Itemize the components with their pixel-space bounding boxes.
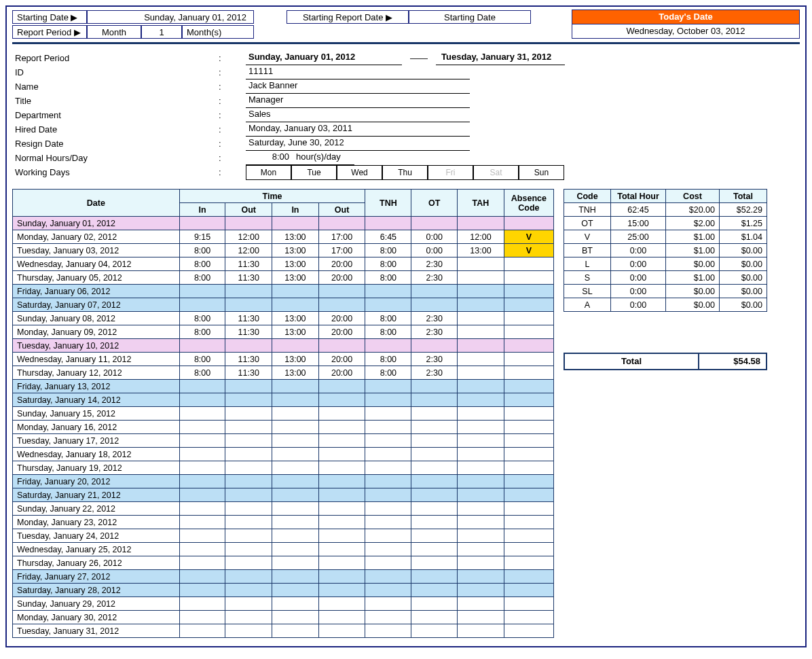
- cell-tah[interactable]: [458, 502, 504, 516]
- table-row[interactable]: Monday, January 02, 20129:1512:0013:0017…: [13, 230, 554, 244]
- table-row[interactable]: Sunday, January 01, 2012: [13, 217, 554, 230]
- working-day-fri[interactable]: Fri: [428, 165, 473, 180]
- cell-in2[interactable]: [272, 543, 319, 556]
- cell-out2[interactable]: [318, 502, 365, 516]
- table-row[interactable]: Wednesday, January 11, 20128:0011:3013:0…: [13, 353, 554, 366]
- cell-in2[interactable]: [272, 285, 319, 298]
- working-day-tue[interactable]: Tue: [291, 165, 337, 180]
- cell-tnh[interactable]: [365, 434, 411, 448]
- cell-abs[interactable]: [504, 366, 553, 380]
- cell-out2[interactable]: 20:00: [318, 325, 365, 339]
- table-row[interactable]: Sunday, January 08, 20128:0011:3013:0020…: [13, 312, 554, 325]
- cell-ot[interactable]: [411, 298, 458, 312]
- cell-out2[interactable]: 20:00: [318, 257, 365, 271]
- cell-in2[interactable]: [272, 393, 319, 407]
- cell-out1[interactable]: 11:30: [225, 257, 272, 271]
- cell-abs[interactable]: [504, 570, 553, 584]
- cell-tah[interactable]: [458, 380, 504, 393]
- cell-abs[interactable]: [504, 271, 553, 285]
- cell-tnh[interactable]: [365, 393, 411, 407]
- cell-in1[interactable]: 8:00: [179, 244, 225, 257]
- cell-out1[interactable]: [225, 488, 272, 502]
- cell-ot[interactable]: [411, 285, 458, 298]
- cell-tnh[interactable]: [365, 285, 411, 298]
- cell-in2[interactable]: [272, 448, 319, 461]
- cell-in2[interactable]: [272, 624, 319, 638]
- cell-tnh[interactable]: [365, 407, 411, 421]
- cell-ot[interactable]: [411, 584, 458, 597]
- normal-hours-value[interactable]: 8:00: [248, 152, 296, 164]
- starting-date-input[interactable]: Sunday, January 01, 2012: [87, 10, 254, 24]
- cell-tnh[interactable]: 8:00: [365, 325, 411, 339]
- cell-tnh[interactable]: [365, 217, 411, 230]
- cell-out2[interactable]: [318, 475, 365, 488]
- cell-in1[interactable]: [179, 584, 225, 597]
- cell-out1[interactable]: [225, 516, 272, 529]
- cell-in2[interactable]: [272, 516, 319, 529]
- cell-out1[interactable]: 11:30: [225, 366, 272, 380]
- cell-in2[interactable]: [272, 217, 319, 230]
- cell-tah[interactable]: [458, 271, 504, 285]
- cell-out2[interactable]: 17:00: [318, 230, 365, 244]
- working-day-mon[interactable]: Mon: [246, 165, 291, 180]
- cell-date[interactable]: Saturday, January 14, 2012: [13, 393, 180, 407]
- cell-out2[interactable]: 20:00: [318, 312, 365, 325]
- cell-abs[interactable]: [504, 624, 553, 638]
- cell-in1[interactable]: [179, 380, 225, 393]
- cell-date[interactable]: Sunday, January 08, 2012: [13, 312, 180, 325]
- cell-out2[interactable]: [318, 339, 365, 353]
- cell-out1[interactable]: 11:30: [225, 325, 272, 339]
- cell-ot[interactable]: 2:30: [411, 271, 458, 285]
- table-row[interactable]: Thursday, January 19, 2012: [13, 461, 554, 475]
- cell-tah[interactable]: [458, 434, 504, 448]
- cell-tah[interactable]: [458, 611, 504, 624]
- cell-date[interactable]: Sunday, January 29, 2012: [13, 597, 180, 611]
- cell-in1[interactable]: [179, 217, 225, 230]
- cell-ot[interactable]: 2:30: [411, 366, 458, 380]
- starting-report-date-input[interactable]: Starting Date: [409, 10, 531, 24]
- cell-tah[interactable]: [458, 353, 504, 366]
- table-row[interactable]: Thursday, January 05, 20128:0011:3013:00…: [13, 271, 554, 285]
- cell-in2[interactable]: [272, 461, 319, 475]
- cell-tah[interactable]: [458, 529, 504, 543]
- cell-abs[interactable]: [504, 461, 553, 475]
- cell-tah[interactable]: 13:00: [458, 244, 504, 257]
- cell-date[interactable]: Thursday, January 19, 2012: [13, 461, 180, 475]
- cell-in1[interactable]: [179, 421, 225, 434]
- cell-tah[interactable]: [458, 516, 504, 529]
- cell-out2[interactable]: [318, 611, 365, 624]
- cell-abs[interactable]: [504, 529, 553, 543]
- cell-abs[interactable]: [504, 434, 553, 448]
- cell-in1[interactable]: [179, 543, 225, 556]
- table-row[interactable]: Wednesday, January 25, 2012: [13, 543, 554, 556]
- cell-out2[interactable]: [318, 461, 365, 475]
- cell-abs[interactable]: [504, 325, 553, 339]
- cell-in2[interactable]: [272, 584, 319, 597]
- cell-out2[interactable]: [318, 217, 365, 230]
- cell-tnh[interactable]: [365, 421, 411, 434]
- cell-tnh[interactable]: [365, 516, 411, 529]
- table-row[interactable]: Friday, January 13, 2012: [13, 380, 554, 393]
- cell-abs[interactable]: [504, 257, 553, 271]
- cell-tah[interactable]: [458, 407, 504, 421]
- cell-out2[interactable]: [318, 448, 365, 461]
- table-row[interactable]: Monday, January 23, 2012: [13, 516, 554, 529]
- cell-in2[interactable]: 13:00: [272, 230, 319, 244]
- cell-tah[interactable]: [458, 339, 504, 353]
- table-row[interactable]: Tuesday, January 17, 2012: [13, 434, 554, 448]
- cell-out1[interactable]: [225, 570, 272, 584]
- cell-out2[interactable]: [318, 298, 365, 312]
- cell-ot[interactable]: [411, 339, 458, 353]
- cell-in1[interactable]: 8:00: [179, 366, 225, 380]
- table-row[interactable]: Saturday, January 07, 2012: [13, 298, 554, 312]
- cell-out2[interactable]: [318, 488, 365, 502]
- cell-ot[interactable]: [411, 217, 458, 230]
- cell-tnh[interactable]: [365, 502, 411, 516]
- cell-in1[interactable]: [179, 488, 225, 502]
- cell-tah[interactable]: [458, 461, 504, 475]
- cell-abs[interactable]: [504, 556, 553, 570]
- cell-date[interactable]: Sunday, January 01, 2012: [13, 217, 180, 230]
- cell-ot[interactable]: 0:00: [411, 244, 458, 257]
- cell-in2[interactable]: 13:00: [272, 257, 319, 271]
- cell-in1[interactable]: [179, 502, 225, 516]
